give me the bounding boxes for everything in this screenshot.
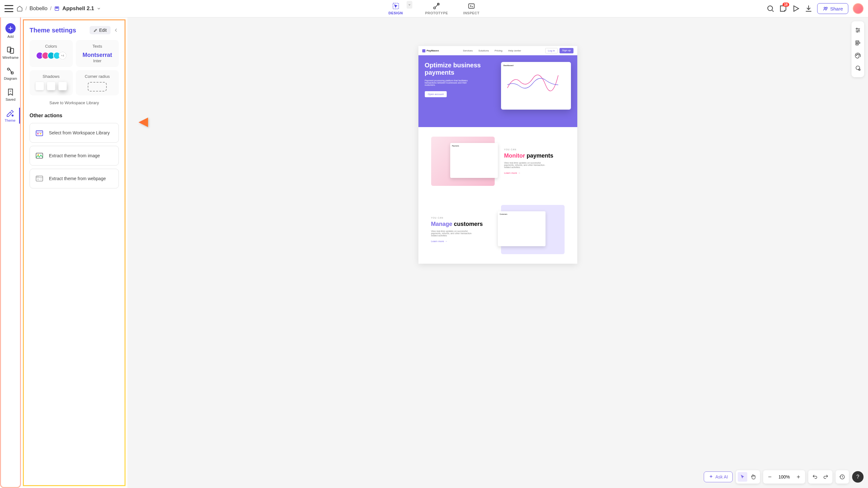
canvas[interactable]: PayMaven Services Solutions Pricing Help… [127, 18, 868, 488]
mockup-brand: PayMaven [422, 49, 439, 53]
menu-button[interactable] [4, 5, 13, 12]
colors-card[interactable]: Colors +4 [30, 40, 73, 67]
panel-title: Theme settings [30, 27, 76, 34]
svg-rect-1 [56, 7, 57, 8]
svg-point-25 [856, 28, 857, 29]
inspect-icon [468, 2, 475, 10]
history-icon[interactable] [837, 472, 847, 482]
sidebar-item-add[interactable]: Add [1, 22, 20, 40]
action-select-library[interactable]: Select from Workspace Library [30, 123, 119, 143]
chevron-down-icon[interactable] [97, 6, 101, 11]
radius-card[interactable]: Corner radius [76, 70, 119, 95]
svg-rect-23 [37, 179, 39, 180]
prototype-icon [433, 2, 440, 10]
cursor-tools [736, 470, 760, 484]
radius-preview [88, 82, 107, 92]
zoom-in-button[interactable] [794, 472, 803, 482]
search-icon[interactable] [766, 4, 775, 13]
right-toolbar [851, 21, 864, 77]
design-dropdown[interactable] [407, 1, 412, 8]
action-extract-webpage[interactable]: Extract theme from webpage [30, 169, 119, 188]
play-icon[interactable] [792, 4, 800, 13]
sidebar-item-saved[interactable]: Saved [1, 87, 20, 102]
history-controls [808, 470, 832, 484]
svg-rect-30 [856, 44, 858, 45]
shadows-card[interactable]: Shadows [30, 70, 73, 95]
font-secondary: Inter [80, 58, 115, 63]
edit-button[interactable]: Edit [90, 26, 111, 34]
svg-point-26 [859, 30, 860, 30]
svg-point-33 [859, 55, 860, 56]
tab-prototype[interactable]: PROTOTYPE [423, 1, 451, 16]
mockup-dashboard-preview: Dashboard [501, 62, 571, 110]
colors-more: +4 [59, 52, 66, 59]
action-extract-image[interactable]: Extract theme from image [30, 146, 119, 165]
webpage-icon [34, 174, 44, 184]
sidebar: Add Wireframe Diagram Saved Theme [0, 18, 21, 488]
inbox-icon[interactable]: 18 [779, 4, 787, 13]
texts-card[interactable]: Texts Montserrat Inter [76, 40, 119, 67]
svg-point-31 [856, 55, 857, 56]
image-icon [34, 151, 44, 161]
ask-ai-button[interactable]: Ask AI [704, 471, 733, 482]
svg-point-27 [857, 31, 858, 32]
svg-point-32 [858, 54, 859, 55]
diagram-icon [6, 67, 14, 75]
svg-rect-2 [57, 7, 58, 8]
file-icon [54, 6, 60, 11]
layers-icon[interactable] [851, 36, 864, 49]
hand-tool[interactable] [748, 472, 758, 482]
theme-icon [6, 109, 14, 117]
download-icon[interactable] [804, 4, 813, 13]
svg-rect-16 [37, 133, 39, 134]
shadow-preview [36, 82, 44, 90]
home-icon[interactable] [17, 5, 23, 12]
zoom-out-button[interactable] [765, 472, 775, 482]
wireframe-icon [6, 46, 14, 54]
zoom-controls: 100% [763, 470, 805, 484]
workspace-name[interactable]: Bobello [30, 5, 48, 12]
svg-rect-28 [856, 41, 859, 41]
pointer-tool[interactable] [738, 472, 747, 482]
file-name[interactable]: Appshell 2.1 [62, 5, 94, 12]
ai-icon[interactable] [851, 62, 864, 75]
theme-panel: Theme settings Edit Colors +4 [23, 20, 125, 486]
sidebar-item-wireframe[interactable]: Wireframe [1, 45, 20, 61]
share-button[interactable]: Share [817, 3, 848, 14]
saved-icon [6, 88, 14, 96]
tab-inspect[interactable]: INSPECT [461, 1, 482, 16]
save-library-link[interactable]: Save to Workspace Library [30, 100, 119, 105]
sidebar-item-theme[interactable]: Theme [1, 108, 20, 124]
svg-point-21 [37, 176, 37, 177]
svg-point-9 [826, 7, 827, 9]
svg-rect-17 [40, 133, 41, 134]
shadow-preview [58, 82, 67, 90]
mockup-section-monitor: Payments YOU CAN Monitor payments View r… [418, 127, 577, 195]
zoom-level[interactable]: 100% [776, 474, 793, 480]
library-icon [34, 128, 44, 138]
sidebar-item-diagram[interactable]: Diagram [1, 66, 20, 82]
settings-icon[interactable] [851, 24, 864, 36]
svg-rect-24 [422, 49, 426, 53]
undo-button[interactable] [810, 472, 820, 482]
font-primary: Montserrat [80, 52, 115, 58]
avatar[interactable] [853, 3, 864, 14]
history-button-group [836, 470, 849, 484]
design-mockup[interactable]: PayMaven Services Solutions Pricing Help… [418, 46, 577, 264]
breadcrumb: / Bobello / Appshell 2.1 [17, 5, 101, 12]
help-button[interactable]: ? [852, 471, 864, 483]
svg-point-8 [824, 7, 826, 9]
notification-badge: 18 [782, 3, 789, 7]
svg-point-22 [38, 176, 39, 177]
other-actions-title: Other actions [30, 113, 119, 119]
svg-point-7 [768, 6, 772, 10]
shadow-preview [47, 82, 55, 90]
design-icon [392, 2, 399, 10]
redo-button[interactable] [821, 472, 831, 482]
tab-design[interactable]: DESIGN [386, 1, 405, 16]
arrow-annotation [137, 113, 169, 132]
plus-icon [5, 23, 16, 33]
svg-rect-15 [36, 130, 43, 136]
palette-icon[interactable] [851, 49, 864, 62]
collapse-icon[interactable] [113, 27, 119, 33]
